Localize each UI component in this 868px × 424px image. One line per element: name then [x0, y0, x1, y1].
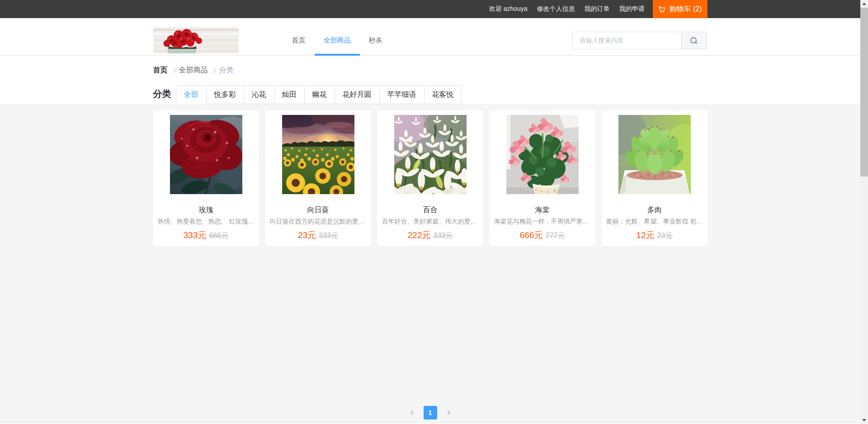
svg-text:西棠引·一禅园艺: 西棠引·一禅园艺: [553, 189, 576, 193]
